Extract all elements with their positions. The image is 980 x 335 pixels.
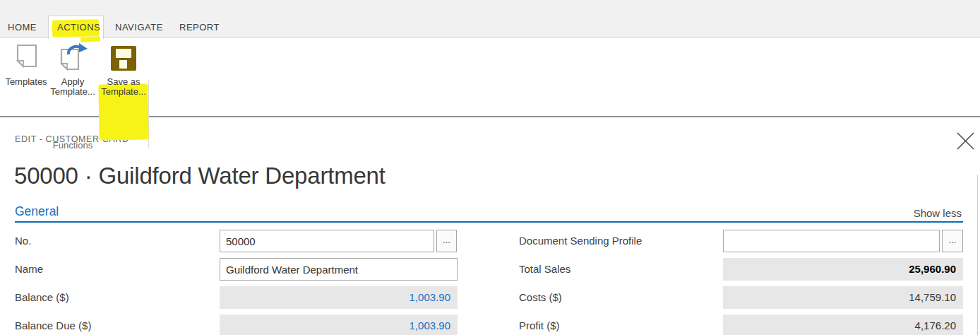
balance-value[interactable]: 1,003.90 [220,286,458,309]
close-icon [956,131,975,151]
no-label: No. [15,230,31,252]
no-lookup-button[interactable]: ... [436,230,457,252]
apply-template-button[interactable]: Apply Template... [49,42,96,97]
balance-label: Balance ($) [15,286,69,309]
profit-value: 4,176.20 [723,315,963,335]
apply-template-label: Apply Template... [50,77,95,97]
save-as-template-button[interactable]: Save as Template... [98,42,149,97]
templates-button[interactable]: Templates [4,42,48,87]
name-input[interactable] [220,258,458,281]
no-input[interactable] [220,230,434,252]
show-less-toggle[interactable]: Show less [914,207,962,219]
total-sales-label: Total Sales [519,258,570,281]
section-underline [15,221,963,223]
tab-report[interactable]: REPORT [179,22,220,33]
document-sending-profile-input[interactable] [723,230,940,252]
total-sales-value: 25,960.90 [723,258,963,281]
costs-value: 14,759.10 [723,286,963,309]
ribbon-tab-strip: HOME ACTIONS NAVIGATE REPORT [0,0,980,38]
actions-yellow-highlight-tail [80,36,100,42]
document-sending-profile-lookup-button[interactable]: ... [942,230,963,252]
tab-home[interactable]: HOME [8,22,37,33]
name-label: Name [15,258,43,281]
balance-due-label: Balance Due ($) [15,315,91,335]
costs-label: Costs ($) [519,286,562,309]
balance-due-value[interactable]: 1,003.90 [220,315,458,335]
page-icon [12,42,40,74]
close-button[interactable] [954,130,976,151]
general-section-header[interactable]: General [15,204,59,219]
save-as-template-label: Save as Template... [101,77,146,97]
templates-label: Templates [5,77,47,87]
page-arrow-icon [56,42,89,74]
customer-card-window: HOME ACTIONS NAVIGATE REPORT Functions T… [0,0,980,335]
document-sending-profile-label: Document Sending Profile [519,230,642,252]
page-title: 50000 · Guildford Water Department [14,163,386,189]
tab-navigate[interactable]: NAVIGATE [115,22,163,33]
profit-label: Profit ($) [519,315,560,335]
floppy-disk-icon [111,42,136,74]
scrollbar-track-edge[interactable] [977,175,978,335]
tab-actions[interactable]: ACTIONS [57,22,100,33]
